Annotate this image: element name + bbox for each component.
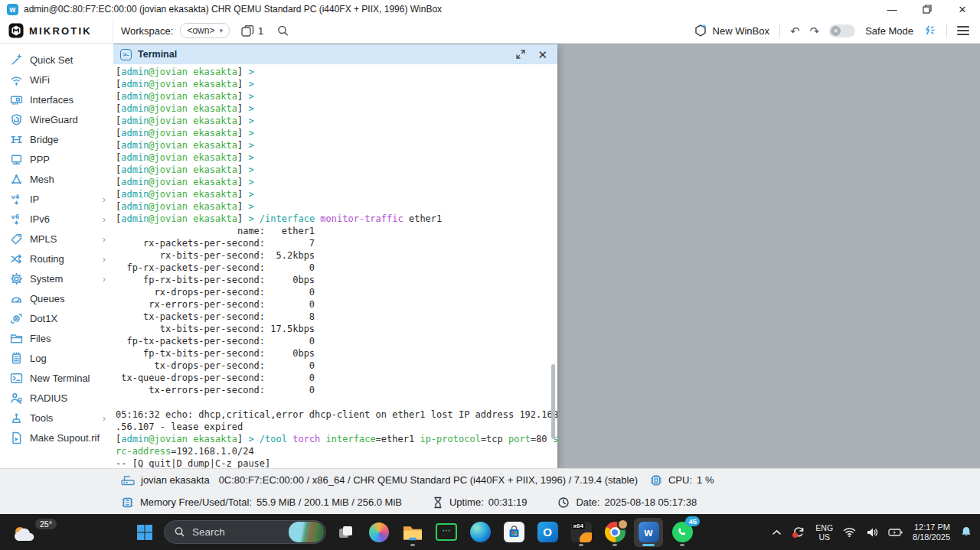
- sidebar-item-label: Log: [30, 353, 47, 364]
- green-app-button[interactable]: ⋯: [432, 518, 461, 547]
- terminal-scrollbar[interactable]: [551, 364, 555, 439]
- tray-chevron-up-icon[interactable]: [772, 529, 782, 536]
- sidebar-item-interfaces[interactable]: Interfaces: [0, 89, 113, 109]
- terminal-line: rx-drops-per-second: 0: [116, 286, 557, 298]
- identity-name: jovian ekasakta: [141, 474, 210, 486]
- terminal-line: rc-address=192.168.1.0/24: [116, 445, 557, 457]
- sidebar-item-system[interactable]: System›: [0, 268, 113, 288]
- sidebar-item-label: Dot1X: [30, 313, 57, 324]
- start-button[interactable]: [130, 518, 159, 547]
- terminal-line: [admin@jovian ekasakta] >: [116, 103, 557, 115]
- terminal-line: [admin@jovian ekasakta] >: [116, 188, 557, 200]
- chrome-profile-avatar: [617, 519, 629, 530]
- toolbar-divider: [779, 24, 780, 37]
- search-icon: [174, 526, 185, 538]
- outlook-button[interactable]: O: [533, 518, 562, 547]
- sidebar-item-label: Mesh: [30, 174, 54, 185]
- close-button[interactable]: ✕: [945, 0, 980, 18]
- uptime-value: 00:31:19: [488, 496, 528, 508]
- sidebar-item-ppp[interactable]: PPP: [0, 149, 113, 169]
- restore-button[interactable]: [910, 0, 945, 18]
- weather-widget[interactable]: 25°: [9, 517, 100, 548]
- menu-button[interactable]: [957, 26, 969, 35]
- file-explorer-icon: [402, 523, 423, 542]
- terminal-line: tx-queue-drops-per-second: 0: [116, 372, 557, 384]
- sidebar-item-queues[interactable]: Queues: [0, 288, 113, 308]
- minimize-button[interactable]: —: [874, 0, 910, 18]
- sidebar-item-ipv6[interactable]: v6IPv6›: [0, 209, 113, 229]
- terminal-line: [admin@jovian ekasakta] > /interface mon…: [116, 213, 557, 225]
- sidebar-item-wireguard[interactable]: WireGuard: [0, 109, 113, 129]
- mpls-icon: [10, 233, 23, 246]
- wifi-icon[interactable]: [843, 527, 856, 537]
- safe-mode-toggle[interactable]: ✕: [829, 24, 855, 37]
- edge-button[interactable]: [466, 518, 495, 547]
- sidebar-item-dot1x[interactable]: Dot1X: [0, 308, 113, 328]
- winbox-taskbar-button[interactable]: w: [634, 518, 663, 547]
- memory-value: 55.9 MiB / 200.1 MiB / 256.0 MiB: [256, 496, 402, 508]
- sidebar-item-mesh[interactable]: Mesh: [0, 169, 113, 189]
- copilot-button[interactable]: [364, 518, 394, 547]
- terminal-line: [admin@jovian ekasakta] >: [116, 90, 557, 103]
- terminal-line: fp-tx-bits-per-second: 0bps: [116, 347, 557, 360]
- chrome-button[interactable]: [600, 518, 629, 547]
- volume-icon[interactable]: [866, 527, 878, 538]
- sidebar-item-bridge[interactable]: Bridge: [0, 129, 113, 149]
- notification-bell-icon[interactable]: [960, 526, 972, 539]
- terminal-close-icon[interactable]: ✕: [537, 49, 547, 60]
- sidebar-item-quick-set[interactable]: Quick Set: [0, 50, 113, 70]
- workspace: >- Terminal ✕ [admin@jovian ekasakta] > …: [113, 43, 980, 468]
- tray-sync-icon[interactable]: [792, 526, 805, 539]
- sidebar-item-files[interactable]: Files: [0, 328, 113, 348]
- workspace-windows[interactable]: 1: [241, 25, 263, 37]
- sidebar-item-label: Files: [30, 333, 51, 344]
- file-explorer-button[interactable]: [398, 518, 427, 547]
- battery-icon[interactable]: [888, 528, 903, 537]
- task-view-button[interactable]: [331, 518, 360, 547]
- sidebar-item-tools[interactable]: Tools›: [0, 408, 113, 428]
- sidebar-item-radius[interactable]: RADIUS: [0, 388, 113, 408]
- mikrotik-logo-text: MIKROTIK: [29, 25, 92, 37]
- mikrotik-logo: MIKROTIK: [0, 18, 113, 43]
- uptime-label: Uptime:: [449, 496, 484, 508]
- redo-button[interactable]: ↷: [810, 25, 820, 37]
- sidebar-item-label: Tools: [30, 412, 53, 424]
- sidebar-item-log[interactable]: Log: [0, 348, 113, 368]
- terminal-line: [admin@jovian ekasakta] > /tool torch in…: [116, 433, 557, 445]
- quick-set-icon: [10, 54, 23, 67]
- tray-time: 12:17 PM: [913, 522, 950, 532]
- search-icon[interactable]: [276, 24, 289, 37]
- workspace-select[interactable]: <own> ▾: [180, 23, 230, 38]
- cpu-label: CPU:: [668, 474, 692, 486]
- chevron-right-icon: ›: [103, 254, 106, 264]
- terminal-titlebar[interactable]: >- Terminal ✕: [113, 44, 557, 64]
- sidebar-item-label: IP: [30, 194, 39, 205]
- sidebar-item-wifi[interactable]: WiFi: [0, 70, 113, 89]
- x64-app-button[interactable]: x64: [567, 518, 596, 547]
- memory-icon: [121, 496, 134, 509]
- sidebar-item-make-supout-rif[interactable]: Make Supout.rif: [0, 428, 113, 447]
- store-button[interactable]: [499, 518, 528, 547]
- date-label: Date:: [576, 496, 599, 508]
- sidebar-item-new-terminal[interactable]: New Terminal: [0, 368, 113, 388]
- terminal-line: fp-rx-packets-per-second: 0: [116, 262, 557, 274]
- sidebar-item-routing[interactable]: Routing›: [0, 249, 113, 268]
- disconnect-icon[interactable]: [923, 24, 936, 37]
- whatsapp-button[interactable]: 45: [668, 518, 697, 547]
- new-winbox-button[interactable]: New WinBox: [694, 24, 769, 37]
- tray-clock[interactable]: 12:17 PM 8/18/2025: [913, 522, 950, 542]
- undo-button[interactable]: ↶: [790, 25, 800, 37]
- chevron-right-icon: ›: [103, 214, 106, 224]
- winbox-icon: w: [639, 522, 659, 542]
- search-placeholder: Search: [192, 526, 282, 538]
- sidebar: Quick SetWiFiInterfacesWireGuardBridgePP…: [0, 43, 113, 468]
- wifi-icon: [10, 73, 23, 86]
- terminal-line: [admin@jovian ekasakta] >: [116, 127, 557, 139]
- taskbar-search[interactable]: Search: [164, 520, 326, 544]
- terminal-line: [admin@jovian ekasakta] >: [116, 115, 557, 127]
- language-indicator[interactable]: ENG US: [815, 523, 833, 542]
- toggle-knob-icon: ✕: [831, 26, 841, 36]
- sidebar-item-mpls[interactable]: MPLS›: [0, 229, 113, 249]
- expand-icon[interactable]: [516, 50, 525, 59]
- sidebar-item-ip[interactable]: v4IP›: [0, 189, 113, 209]
